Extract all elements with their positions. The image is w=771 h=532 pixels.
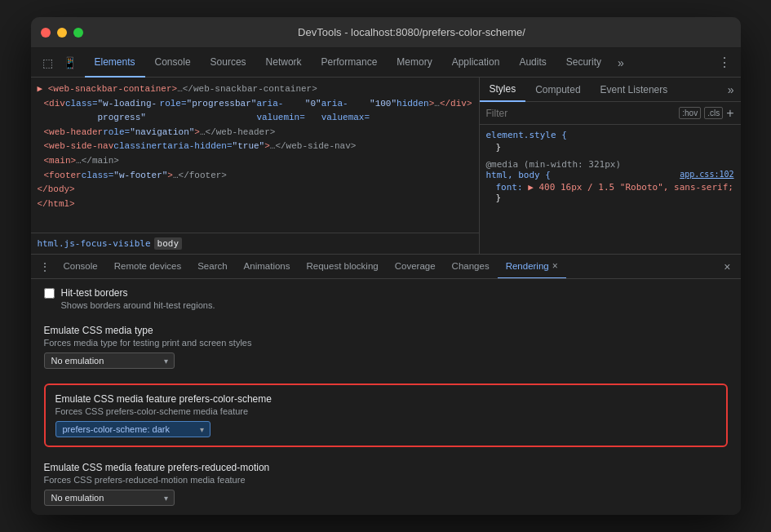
tab-security[interactable]: Security [556, 48, 611, 78]
hov-filter-button[interactable]: :hov [679, 107, 701, 119]
titlebar: DevTools - localhost:8080/prefers-color-… [31, 17, 741, 48]
rendering-content: Hit-test borders Shows borders around hi… [31, 279, 741, 515]
emulate-media-desc: Forces media type for testing print and … [44, 338, 728, 348]
emulate-color-scheme-select[interactable]: prefers-color-scheme: dark prefers-color… [55, 421, 210, 437]
emulate-color-scheme-section: Emulate CSS media feature prefers-color-… [44, 383, 728, 447]
emulate-reduced-motion-desc: Forces CSS prefers-reduced-motion media … [44, 475, 728, 485]
emulate-media-label: Emulate CSS media type [44, 325, 728, 336]
close-dot[interactable] [41, 28, 51, 38]
tab-audits[interactable]: Audits [509, 48, 556, 78]
tab-event-listeners[interactable]: Event Listeners [591, 78, 678, 102]
devtools-window: DevTools - localhost:8080/prefers-color-… [31, 17, 741, 515]
emulate-color-scheme-desc: Forces CSS prefers-color-scheme media fe… [55, 406, 716, 416]
devtools-menu-button[interactable]: ⋮ [711, 55, 738, 70]
tab-icons: ⬚ 📱 [34, 53, 85, 73]
breadcrumb-bar: html.js-focus-visible body [31, 233, 479, 254]
html-panel: ▶ <web-snackbar-container>…</web-snackba… [31, 78, 480, 254]
hit-test-section: Hit-test borders Shows borders around hi… [44, 287, 728, 310]
html-line: ▶ <web-snackbar-container>…</web-snackba… [38, 82, 472, 97]
main-content: ▶ <web-snackbar-container>…</web-snackba… [31, 78, 741, 254]
tab-styles[interactable]: Styles [480, 78, 526, 102]
tab-application[interactable]: Application [442, 48, 510, 78]
html-line: </html> [38, 197, 472, 212]
tab-changes[interactable]: Changes [444, 255, 498, 279]
tab-memory[interactable]: Memory [387, 48, 441, 78]
tab-coverage[interactable]: Coverage [387, 255, 444, 279]
hit-test-row: Hit-test borders Shows borders around hi… [44, 287, 728, 310]
tab-request-blocking[interactable]: Request blocking [299, 255, 387, 279]
emulate-color-scheme-label: Emulate CSS media feature prefers-color-… [55, 393, 716, 405]
tab-console[interactable]: Console [145, 48, 201, 78]
bottom-tab-bar: ⋮ Console Remote devices Search Animatio… [31, 255, 741, 279]
style-rule-media: @media (min-width: 321px) html, body { a… [486, 159, 734, 203]
html-line: <main>…</main> [38, 154, 472, 169]
add-style-button[interactable]: + [726, 106, 733, 121]
cls-filter-button[interactable]: .cls [704, 107, 723, 119]
emulate-media-select-wrapper: No emulation print screen [44, 352, 175, 369]
tab-remote-devices[interactable]: Remote devices [106, 255, 189, 279]
breadcrumb-body[interactable]: body [154, 237, 183, 250]
breadcrumb-html[interactable]: html.js-focus-visible [38, 238, 151, 249]
hit-test-desc: Shows borders around hit-test regions. [61, 300, 215, 310]
styles-content: element.style { } @media (min-width: 321… [480, 125, 741, 254]
tab-elements[interactable]: Elements [85, 48, 145, 78]
html-line: <web-side-nav class inert aria-hidden="t… [38, 140, 472, 154]
html-line: <div class="w-loading-progress" role="pr… [38, 97, 472, 126]
bottom-panel: ⋮ Console Remote devices Search Animatio… [31, 254, 741, 515]
tab-computed[interactable]: Computed [525, 78, 590, 102]
close-bottom-panel[interactable]: × [717, 260, 737, 273]
devtools-body: ⬚ 📱 Elements Console Sources Network Per… [31, 48, 741, 515]
minimize-dot[interactable] [57, 28, 67, 38]
hit-test-label: Hit-test borders [61, 287, 215, 299]
tab-performance[interactable]: Performance [312, 48, 388, 78]
html-line: <footer class="w-footer">…</footer> [38, 169, 472, 184]
top-tab-bar: ⬚ 📱 Elements Console Sources Network Per… [31, 48, 741, 78]
html-tree: ▶ <web-snackbar-container>…</web-snackba… [31, 78, 479, 233]
html-line: <web-header role="navigation">…</web-hea… [38, 126, 472, 140]
styles-filter-input[interactable] [486, 108, 676, 119]
cursor-icon[interactable]: ⬚ [39, 53, 56, 73]
styles-more-button[interactable]: » [721, 78, 741, 101]
emulate-color-scheme-select-wrapper: prefers-color-scheme: dark prefers-color… [55, 421, 210, 437]
emulate-reduced-motion-select-wrapper: No emulation prefers-reduced-motion: red… [44, 490, 175, 506]
emulate-reduced-motion-section: Emulate CSS media feature prefers-reduce… [44, 462, 728, 506]
tab-network[interactable]: Network [256, 48, 312, 78]
emulate-media-section: Emulate CSS media type Forces media type… [44, 325, 728, 369]
tab-animations[interactable]: Animations [236, 255, 299, 279]
emulate-reduced-motion-select[interactable]: No emulation prefers-reduced-motion: red… [44, 490, 175, 506]
styles-filter-bar: :hov .cls + [480, 102, 741, 125]
html-line: </body> [38, 183, 472, 197]
tab-sources[interactable]: Sources [201, 48, 256, 78]
tab-search[interactable]: Search [189, 255, 235, 279]
hit-test-checkbox[interactable] [44, 288, 55, 299]
tab-rendering[interactable]: Rendering × [498, 255, 566, 279]
close-rendering-tab[interactable]: × [552, 260, 558, 272]
window-title: DevTools - localhost:8080/prefers-color-… [93, 26, 731, 38]
emulate-reduced-motion-label: Emulate CSS media feature prefers-reduce… [44, 462, 728, 473]
maximize-dot[interactable] [73, 28, 83, 38]
styles-tab-bar: Styles Computed Event Listeners » [480, 78, 741, 102]
emulate-media-select[interactable]: No emulation print screen [44, 352, 175, 369]
style-rule-element: element.style { } [486, 130, 734, 153]
more-tabs-button[interactable]: » [611, 56, 631, 69]
window-controls [41, 28, 83, 38]
tab-console-bottom[interactable]: Console [55, 255, 106, 279]
bottom-panel-menu[interactable]: ⋮ [34, 260, 55, 273]
styles-panel: Styles Computed Event Listeners » :hov .… [480, 78, 741, 254]
mobile-icon[interactable]: 📱 [60, 53, 80, 73]
